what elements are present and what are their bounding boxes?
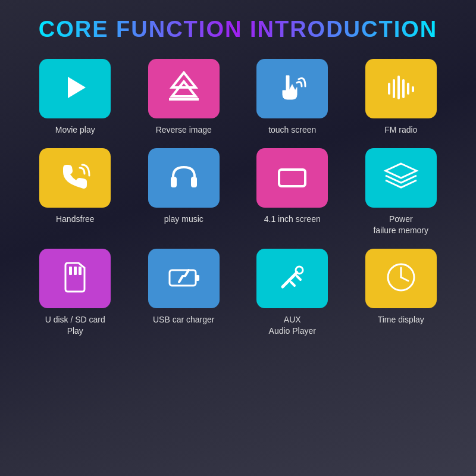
svg-rect-15 [74,267,77,275]
svg-marker-0 [68,77,86,98]
radio-icon [383,70,419,108]
svg-point-20 [296,267,303,274]
svg-rect-12 [279,170,305,186]
feature-label-handsfree: Handsfree [56,214,95,226]
aux-icon [274,259,310,298]
feature-item-u-disk: U disk / SD card Play [30,249,121,337]
clock-icon [383,259,419,298]
feature-item-reverse-image: Reverse image [139,59,230,136]
sdcard-icon [57,259,93,298]
feature-label-time-display: Time display [378,314,424,326]
page-header: CORE FUNCTION INTRODUCTION [0,0,476,53]
svg-rect-16 [79,267,82,275]
screen-icon [274,159,310,197]
svg-line-25 [401,277,408,281]
features-grid: Movie play Reverse image touch screen FM… [0,53,476,343]
icon-box-inch-screen [256,148,328,208]
feature-item-usb-charger: USB car charger [139,249,230,337]
icon-box-usb-charger [148,249,220,308]
headphones-icon [166,159,202,197]
feature-item-fm-radio: FM radio [356,59,447,136]
feature-label-play-music: play music [164,214,203,226]
feature-label-power-memory: Power failure memory [373,214,428,237]
feature-item-time-display: Time display [356,249,447,337]
feature-item-movie-play: Movie play [30,59,121,136]
svg-marker-13 [386,164,416,178]
phone-icon [57,159,93,197]
feature-label-fm-radio: FM radio [384,124,417,136]
svg-rect-10 [171,177,177,187]
feature-label-u-disk: U disk / SD card Play [45,314,105,337]
icon-box-u-disk [39,249,111,308]
play-icon [57,70,93,108]
svg-rect-6 [397,76,400,99]
svg-rect-14 [69,267,72,275]
svg-line-22 [297,276,300,280]
feature-item-handsfree: Handsfree [30,148,121,237]
svg-rect-8 [407,83,409,95]
feature-item-inch-screen: 4.1 inch screen [247,148,338,237]
reverse-icon [166,70,202,108]
icon-box-fm-radio [365,59,437,118]
feature-label-inch-screen: 4.1 inch screen [264,214,321,226]
battery-icon [166,259,202,298]
svg-rect-9 [412,86,414,92]
icon-box-handsfree [39,148,111,208]
icon-box-power-memory [365,148,437,208]
icon-box-movie-play [39,59,111,118]
feature-item-power-memory: Power failure memory [356,148,447,237]
feature-item-aux-audio: AUX Audio Player [247,249,338,337]
feature-item-touch-screen: touch screen [247,59,338,136]
svg-rect-4 [388,83,390,95]
svg-line-21 [291,282,295,286]
feature-label-aux-audio: AUX Audio Player [269,314,316,337]
icon-box-time-display [365,249,437,308]
feature-label-movie-play: Movie play [55,124,95,136]
icon-box-play-music [148,148,220,208]
touch-icon [274,70,310,108]
svg-rect-18 [196,275,199,281]
feature-item-play-music: play music [139,148,230,237]
page-title: CORE FUNCTION INTRODUCTION [39,17,438,42]
feature-label-reverse-image: Reverse image [156,124,212,136]
icon-box-aux-audio [256,249,328,308]
svg-rect-7 [402,79,405,98]
feature-label-touch-screen: touch screen [268,124,316,136]
feature-label-usb-charger: USB car charger [153,314,214,326]
layers-icon [383,159,419,197]
svg-rect-11 [191,177,197,187]
svg-rect-5 [393,79,395,98]
icon-box-reverse-image [148,59,220,118]
icon-box-touch-screen [256,59,328,118]
